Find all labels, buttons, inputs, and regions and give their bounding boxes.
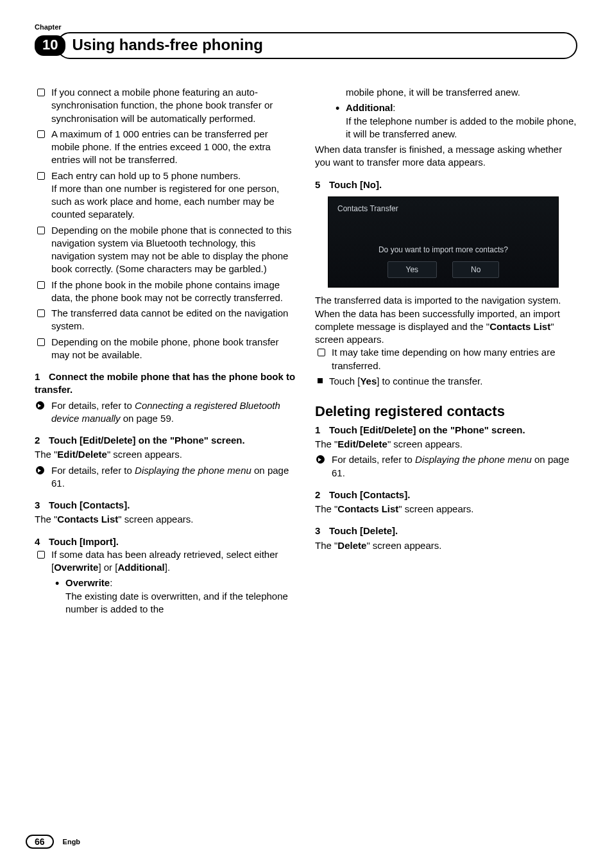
note-item: A maximum of 1 000 entries can be transf… <box>35 128 297 167</box>
note-item-extra: If more than one number is registered fo… <box>51 182 297 221</box>
page: Chapter 10 Using hands-free phoning If y… <box>0 0 612 868</box>
step-2-ref: For details, refer to Displaying the pho… <box>35 464 297 490</box>
dialog-message: Do you want to import more contacts? <box>337 245 549 255</box>
section-heading-deleting: Deleting registered contacts <box>315 402 577 421</box>
step-3: 3Touch [Contacts]. <box>35 499 297 512</box>
column-left: If you connect a mobile phone featuring … <box>35 86 297 618</box>
dialog-title: Contacts Transfer <box>337 204 549 214</box>
chapter-number-badge: 10 <box>35 35 65 56</box>
step-2-body: The "Edit/Delete" screen appears. <box>35 448 297 461</box>
d-step-2: 2Touch [Contacts]. <box>315 489 577 501</box>
additional-option: Additional: If the telephone number is a… <box>332 101 577 141</box>
contacts-transfer-dialog: Contacts Transfer Do you want to import … <box>328 196 559 288</box>
overwrite-option: Overwrite: The existing date is overwrit… <box>51 577 297 616</box>
d-step-3-body: The "Delete" screen appears. <box>315 539 577 552</box>
chapter-label: Chapter <box>35 23 577 31</box>
after-transfer-text: When data transfer is finished, a messag… <box>315 143 577 169</box>
step-4: 4Touch [Import]. <box>35 535 297 548</box>
import-note: It may take time depending on how many e… <box>315 346 577 372</box>
note-item: The transferred data cannot be edited on… <box>35 307 297 333</box>
step-4-notes: If some data has been already retrieved,… <box>35 548 297 616</box>
note-item: If the phone book in the mobile phone co… <box>35 279 297 305</box>
dialog-no-button[interactable]: No <box>452 261 499 278</box>
note-item: Depending on the mobile phone, phone boo… <box>35 336 297 362</box>
chapter-title: Using hands-free phoning <box>72 36 262 53</box>
columns: If you connect a mobile phone featuring … <box>35 86 577 618</box>
dialog-yes-button[interactable]: Yes <box>387 261 438 278</box>
after-shot-text-1: The transferred data is imported to the … <box>315 294 577 307</box>
notes-list: If you connect a mobile phone featuring … <box>35 86 297 361</box>
step-3-body: The "Contacts List" screen appears. <box>35 513 297 526</box>
footer: 66 Engb <box>26 835 80 849</box>
overwrite-continuation: mobile phone, it will be transferred ane… <box>315 86 577 99</box>
step-1-ref: For details, refer to Connecting a regis… <box>35 399 297 426</box>
note-item: Each entry can hold up to 5 phone number… <box>35 169 297 221</box>
d-step-1: 1Touch [Edit/Delete] on the "Phone" scre… <box>315 424 577 437</box>
d-step-3: 3Touch [Delete]. <box>315 525 577 537</box>
note-item: If you connect a mobile phone featuring … <box>35 86 297 125</box>
dialog-buttons: Yes No <box>337 261 549 278</box>
language-code: Engb <box>63 838 81 846</box>
header-row: 10 Using hands-free phoning <box>35 32 577 59</box>
step-5: 5Touch [No]. <box>315 178 577 191</box>
step-1: 1Connect the mobile phone that has the p… <box>35 370 297 397</box>
import-note-list: It may take time depending on how many e… <box>315 346 577 372</box>
after-shot-text-2: When the data has been successfully impo… <box>315 308 577 347</box>
column-right: mobile phone, it will be transferred ane… <box>315 86 577 618</box>
page-number: 66 <box>26 835 54 849</box>
d-step-2-body: The "Contacts List" screen appears. <box>315 503 577 516</box>
d-step-1-body: The "Edit/Delete" screen appears. <box>315 438 577 451</box>
step-2: 2Touch [Edit/Delete] on the "Phone" scre… <box>35 434 297 447</box>
note-item: Depending on the mobile phone that is co… <box>35 224 297 276</box>
d-step-1-ref: For details, refer to Displaying the pho… <box>315 453 577 480</box>
yes-continue-note: Touch [Yes] to continue the transfer. <box>315 375 577 388</box>
chapter-title-pill: Using hands-free phoning <box>56 32 577 59</box>
step-4-note: If some data has been already retrieved,… <box>35 548 297 616</box>
